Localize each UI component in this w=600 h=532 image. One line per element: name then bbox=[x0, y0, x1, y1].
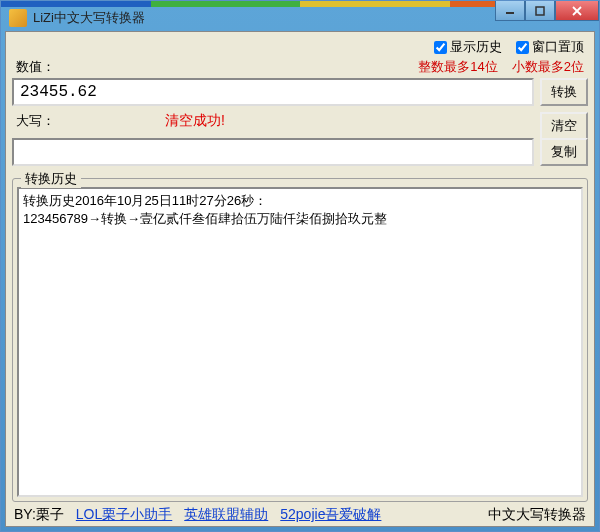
footer-link-1[interactable]: LOL栗子小助手 bbox=[76, 506, 172, 524]
hint-integer: 整数最多14位 bbox=[418, 58, 497, 76]
svg-rect-1 bbox=[536, 7, 544, 15]
footer-link-3[interactable]: 52pojie吾爱破解 bbox=[280, 506, 381, 524]
always-on-top-input[interactable] bbox=[516, 41, 529, 54]
window-title: LiZi中文大写转换器 bbox=[33, 9, 145, 27]
always-on-top-label: 窗口置顶 bbox=[532, 38, 584, 56]
copy-button[interactable]: 复制 bbox=[540, 138, 588, 166]
clear-button[interactable]: 清空 bbox=[540, 112, 588, 140]
footer: BY:栗子 LOL栗子小助手 英雄联盟辅助 52pojie吾爱破解 中文大写转换… bbox=[12, 502, 588, 524]
daxie-output[interactable] bbox=[12, 138, 534, 166]
minimize-button[interactable] bbox=[495, 1, 525, 21]
convert-button[interactable]: 转换 bbox=[540, 78, 588, 106]
by-label: BY:栗子 bbox=[14, 506, 64, 524]
show-history-checkbox[interactable]: 显示历史 bbox=[434, 38, 502, 56]
daxie-label: 大写： bbox=[16, 112, 55, 130]
always-on-top-checkbox[interactable]: 窗口置顶 bbox=[516, 38, 584, 56]
app-icon bbox=[9, 9, 27, 27]
hint-decimal: 小数最多2位 bbox=[512, 58, 584, 76]
footer-link-2[interactable]: 英雄联盟辅助 bbox=[184, 506, 268, 524]
maximize-button[interactable] bbox=[525, 1, 555, 21]
app-window: LiZi中文大写转换器 显示历史 窗口置顶 数值 bbox=[0, 0, 600, 532]
client-area: 显示历史 窗口置顶 数值： 整数最多14位 小数最多2位 转换 清空 大写： 清… bbox=[5, 31, 595, 527]
show-history-label: 显示历史 bbox=[450, 38, 502, 56]
close-button[interactable] bbox=[555, 1, 599, 21]
history-textarea[interactable]: 转换历史2016年10月25日11时27分26秒： 123456789→转换→壹… bbox=[17, 187, 583, 497]
footer-app-name: 中文大写转换器 bbox=[488, 506, 586, 524]
value-input[interactable] bbox=[12, 78, 534, 106]
history-group: 转换历史 转换历史2016年10月25日11时27分26秒： 123456789… bbox=[12, 178, 588, 502]
value-label: 数值： bbox=[16, 58, 55, 76]
history-legend: 转换历史 bbox=[21, 170, 81, 188]
show-history-input[interactable] bbox=[434, 41, 447, 54]
status-message: 清空成功! bbox=[165, 112, 225, 130]
